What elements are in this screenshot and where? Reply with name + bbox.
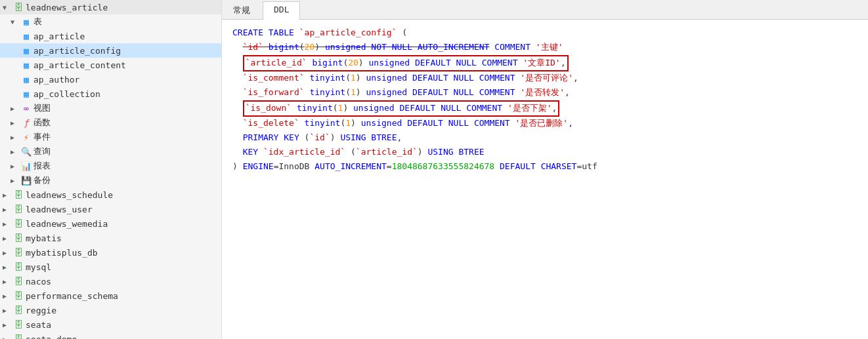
db-label: leadnews_schedule xyxy=(26,190,113,200)
highlight-box-1: `article_id` bigint(20) unsigned DEFAULT… xyxy=(243,55,569,71)
tab-normal[interactable]: 常规 xyxy=(222,1,261,19)
toggle-icon: ▶ xyxy=(11,105,20,112)
db-icon: 🗄 xyxy=(13,305,24,315)
query-icon: 🔍 xyxy=(21,146,32,157)
code-line-5: `is_forward` tinyint(1) unsigned DEFAULT… xyxy=(232,86,857,100)
code-line-2: `id` bigint(20) unsigned NOT NULL AUTO_I… xyxy=(232,41,857,55)
db-performance-schema[interactable]: ▶ 🗄 performance_schema xyxy=(0,289,221,303)
code-line-10: ) ENGINE=InnoDB AUTO_INCREMENT=180486876… xyxy=(232,160,857,174)
code-line-1: CREATE TABLE `ap_article_config` ( xyxy=(232,26,857,41)
toggle-icon: ▶ xyxy=(3,206,12,213)
table-ap-collection[interactable]: ▦ ap_collection xyxy=(0,87,221,101)
folder-events[interactable]: ▶ ⚡ 事件 xyxy=(0,130,221,144)
db-label: mybatisplus_db xyxy=(26,248,98,258)
table-icon: ▦ xyxy=(21,31,32,41)
table-icon: ▦ xyxy=(21,74,32,85)
table-icon: ▦ xyxy=(21,89,32,99)
code-line-4: `is_comment` tinyint(1) unsigned DEFAULT… xyxy=(232,71,857,86)
table-name: ap_collection xyxy=(33,89,100,99)
db-nacos[interactable]: ▶ 🗄 nacos xyxy=(0,274,221,289)
db-label: leadnews_article xyxy=(26,3,108,12)
field-id: `id` xyxy=(243,41,263,54)
folder-tables[interactable]: ▼ ▦ 表 xyxy=(0,14,221,29)
tables-icon: ▦ xyxy=(21,16,32,27)
backup-icon: 💾 xyxy=(21,175,32,186)
db-mysql[interactable]: ▶ 🗄 mysql xyxy=(0,260,221,274)
tab-bar: 常规 DDL xyxy=(222,0,868,20)
keyword-comment: COMMENT xyxy=(494,41,531,54)
folder-label: 函数 xyxy=(33,117,51,129)
db-label: seata xyxy=(26,320,51,330)
toggle-icon: ▶ xyxy=(3,321,12,329)
toggle-icon: ▶ xyxy=(11,119,20,127)
table-icon: ▦ xyxy=(21,60,32,70)
folder-label: 视图 xyxy=(33,102,51,114)
folder-reports[interactable]: ▶ 📊 报表 xyxy=(0,159,221,173)
db-leadnews-wemedia[interactable]: ▶ 🗄 leadnews_wemedia xyxy=(0,216,221,231)
keyword-table: TABLE xyxy=(269,26,294,40)
db-reggie[interactable]: ▶ 🗄 reggie xyxy=(0,303,221,317)
toggle-icon: ▶ xyxy=(3,191,12,199)
db-label: mysql xyxy=(26,262,51,272)
folder-label: 备份 xyxy=(33,174,51,186)
code-line-3: `article_id` bigint(20) unsigned DEFAULT… xyxy=(232,55,857,71)
table-name: ap_article_content xyxy=(33,60,126,70)
db-leadnews-schedule[interactable]: ▶ 🗄 leadnews_schedule xyxy=(0,188,221,202)
toggle-icon: ▶ xyxy=(11,148,20,155)
toggle-icon: ▶ xyxy=(11,134,20,141)
event-icon: ⚡ xyxy=(21,132,32,142)
toggle-icon: ▶ xyxy=(3,307,12,314)
toggle-icon: ▶ xyxy=(3,336,12,340)
tab-ddl[interactable]: DDL xyxy=(263,1,300,20)
folder-backup[interactable]: ▶ 💾 备份 xyxy=(0,173,221,188)
view-icon: ∞ xyxy=(21,103,32,113)
toggle-icon: ▶ xyxy=(11,177,20,184)
toggle-icon: ▼ xyxy=(11,18,20,26)
db-icon: 🗄 xyxy=(13,2,24,12)
toggle-icon: ▶ xyxy=(11,163,20,170)
db-label: nacos xyxy=(26,277,51,287)
table-ap-author[interactable]: ▦ ap_author xyxy=(0,72,221,87)
code-line-6: `is_down` tinyint(1) unsigned DEFAULT NU… xyxy=(232,100,857,117)
db-icon: 🗄 xyxy=(13,276,24,287)
db-icon: 🗄 xyxy=(13,233,24,243)
func-icon: ƒ xyxy=(21,117,32,128)
toggle-icon: ▶ xyxy=(3,292,12,300)
table-ap-article-config[interactable]: ▦ ap_article_config xyxy=(0,43,221,58)
table-ap-article-content[interactable]: ▦ ap_article_content xyxy=(0,58,221,72)
toggle-icon: ▶ xyxy=(3,278,12,285)
table-name: ap_article_config xyxy=(33,46,121,56)
toggle-icon: ▶ xyxy=(3,235,12,242)
toggle-icon: ▶ xyxy=(3,249,12,256)
main-content: 常规 DDL CREATE TABLE `ap_article_config` … xyxy=(222,0,868,339)
db-leadnews-article[interactable]: ▼ 🗄 leadnews_article xyxy=(0,0,221,14)
db-mybatis[interactable]: ▶ 🗄 mybatis xyxy=(0,231,221,245)
db-label: performance_schema xyxy=(26,291,118,301)
db-icon: 🗄 xyxy=(13,262,24,272)
db-icon: 🗄 xyxy=(13,290,24,301)
db-seata[interactable]: ▶ 🗄 seata xyxy=(0,317,221,332)
sidebar: ▼ 🗄 leadnews_article ▼ ▦ 表 ▦ ap_article … xyxy=(0,0,222,339)
type-bigint: bigint xyxy=(269,41,299,54)
table-name: ap_article xyxy=(33,31,85,41)
db-label: seata_demo xyxy=(26,334,77,340)
folder-label: 事件 xyxy=(33,131,51,143)
toggle-icon: ▶ xyxy=(3,220,12,228)
folder-views[interactable]: ▶ ∞ 视图 xyxy=(0,101,221,115)
folder-functions[interactable]: ▶ ƒ 函数 xyxy=(0,115,221,130)
folder-label: 报表 xyxy=(33,160,51,172)
db-label: mybatis xyxy=(26,233,62,243)
code-editor[interactable]: CREATE TABLE `ap_article_config` ( `id` … xyxy=(222,20,868,339)
table-ap-article[interactable]: ▦ ap_article xyxy=(0,29,221,43)
toggle-icon: ▶ xyxy=(3,264,12,271)
db-leadnews-user[interactable]: ▶ 🗄 leadnews_user xyxy=(0,202,221,216)
db-icon: 🗄 xyxy=(13,204,24,214)
highlight-box-2: `is_down` tinyint(1) unsigned DEFAULT NU… xyxy=(243,100,560,117)
db-mybatisplus[interactable]: ▶ 🗄 mybatisplus_db xyxy=(0,245,221,260)
table-icon: ▦ xyxy=(21,45,32,56)
db-icon: 🗄 xyxy=(13,334,24,339)
code-line-9: KEY `idx_article_id` (`article_id`) USIN… xyxy=(232,146,857,160)
db-icon: 🗄 xyxy=(13,247,24,258)
folder-queries[interactable]: ▶ 🔍 查询 xyxy=(0,144,221,159)
db-seata-demo[interactable]: ▶ 🗄 seata_demo xyxy=(0,332,221,339)
